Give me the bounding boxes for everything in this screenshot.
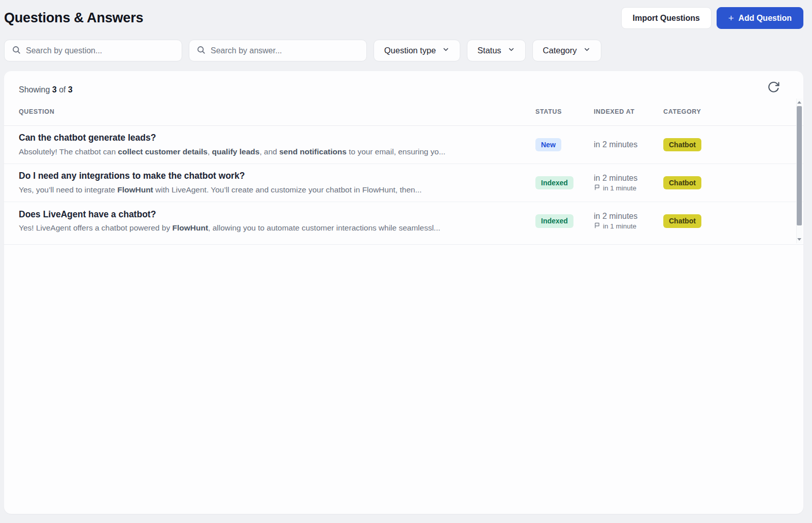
question-cell: Does LiveAgent have a chatbot?Yes! LiveA… (19, 209, 535, 234)
search-icon (12, 45, 21, 56)
import-questions-button[interactable]: Import Questions (621, 7, 712, 29)
scroll-down-arrow-icon[interactable] (797, 238, 801, 241)
indexed-at-cell: in 2 minutesin 1 minute (594, 174, 663, 192)
category-filter-label: Category (543, 46, 577, 55)
status-badge: Indexed (535, 214, 573, 228)
status-cell: New (535, 138, 594, 152)
top-bar: Questions & Answers Import Questions + A… (4, 0, 808, 36)
category-cell: Chatbot (663, 138, 768, 152)
answer-preview: Yes, you’ll need to integrate FlowHunt w… (19, 184, 525, 195)
table-row[interactable]: Does LiveAgent have a chatbot?Yes! LiveA… (4, 202, 803, 240)
status-filter-label: Status (478, 46, 501, 55)
question-cell: Do I need any integrations to make the c… (19, 170, 535, 195)
question-cell: Can the chatbot generate leads?Absolutel… (19, 132, 535, 157)
chevron-down-icon (507, 46, 515, 55)
question-title: Do I need any integrations to make the c… (19, 170, 525, 182)
results-card: Showing 3 of 3 Question Status Indexed a… (4, 71, 803, 514)
showing-value: 3 (52, 85, 57, 94)
scrollbar-thumb[interactable] (797, 106, 802, 225)
import-questions-label: Import Questions (633, 14, 700, 23)
vertical-scrollbar[interactable] (796, 99, 802, 243)
category-badge: Chatbot (663, 138, 701, 152)
table-header-row: Question Status Indexed at Category (4, 97, 803, 126)
search-answer-input[interactable] (211, 46, 359, 55)
chevron-down-icon (583, 46, 591, 55)
search-by-answer-box[interactable] (189, 40, 367, 61)
page-title: Questions & Answers (4, 10, 143, 26)
flag-icon (594, 222, 600, 231)
question-type-filter-label: Question type (384, 46, 436, 55)
column-header-indexed-at: Indexed at (594, 108, 663, 115)
refresh-icon (767, 87, 780, 95)
indexed-time: in 2 minutes (594, 140, 663, 149)
chevron-down-icon (442, 46, 450, 55)
scroll-up-arrow-icon[interactable] (797, 101, 801, 104)
table-row[interactable]: Can the chatbot generate leads?Absolutel… (4, 126, 803, 164)
question-type-filter[interactable]: Question type (374, 40, 460, 61)
showing-label: Showing (19, 85, 50, 94)
flag-icon (594, 184, 600, 192)
answer-preview: Yes! LiveAgent offers a chatbot powered … (19, 222, 525, 234)
indexed-at-cell: in 2 minutesin 1 minute (594, 212, 663, 231)
table-row[interactable]: Do I need any integrations to make the c… (4, 164, 803, 202)
answer-preview: Absolutely! The chatbot can collect cust… (19, 146, 525, 157)
add-question-label: Add Question (738, 14, 792, 23)
table-scroll-region[interactable]: Question Status Indexed at Category Can … (4, 97, 803, 245)
status-badge: Indexed (535, 176, 573, 190)
category-badge: Chatbot (663, 214, 701, 228)
category-badge: Chatbot (663, 176, 701, 190)
total-value: 3 (68, 85, 73, 94)
status-badge: New (535, 138, 561, 152)
plus-icon: + (728, 13, 734, 23)
reindex-time: in 1 minute (594, 222, 663, 231)
status-cell: Indexed (535, 176, 594, 190)
question-title: Can the chatbot generate leads? (19, 132, 525, 144)
column-header-category: Category (663, 108, 768, 115)
refresh-button[interactable] (766, 80, 781, 94)
filter-bar: Question type Status Category (4, 40, 808, 61)
column-header-question: Question (19, 108, 535, 115)
questions-answers-page: Questions & Answers Import Questions + A… (0, 0, 812, 523)
category-cell: Chatbot (663, 214, 768, 228)
reindex-time: in 1 minute (594, 184, 663, 192)
category-filter[interactable]: Category (532, 40, 601, 61)
status-filter[interactable]: Status (467, 40, 526, 61)
indexed-time: in 2 minutes (594, 174, 663, 183)
category-cell: Chatbot (663, 176, 768, 190)
question-title: Does LiveAgent have a chatbot? (19, 209, 525, 221)
indexed-time: in 2 minutes (594, 212, 663, 221)
indexed-at-cell: in 2 minutes (594, 140, 663, 149)
card-toolbar: Showing 3 of 3 (4, 71, 803, 97)
of-label: of (59, 85, 65, 94)
search-icon (196, 45, 206, 56)
search-question-input[interactable] (26, 46, 175, 55)
add-question-button[interactable]: + Add Question (717, 7, 803, 29)
search-by-question-box[interactable] (4, 40, 182, 61)
table-body: Can the chatbot generate leads?Absolutel… (4, 126, 803, 240)
status-cell: Indexed (535, 214, 594, 228)
top-actions: Import Questions + Add Question (621, 7, 803, 29)
column-header-status: Status (535, 108, 594, 115)
showing-count: Showing 3 of 3 (19, 85, 73, 94)
